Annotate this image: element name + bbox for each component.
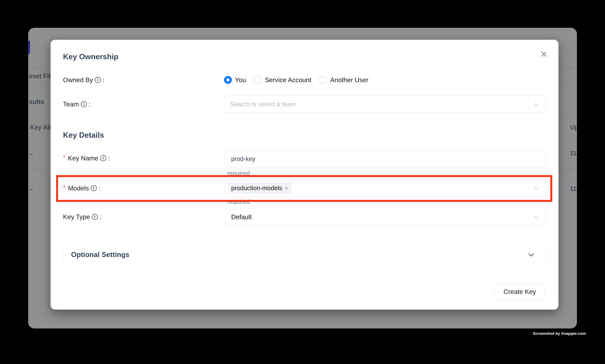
team-label: Team : [63,100,90,108]
info-icon[interactable] [81,101,87,107]
radio-option-service-account[interactable]: Service Account [254,76,311,84]
table-cell: – [29,185,33,193]
owned-by-radio-group: You Service Account Another User [224,76,368,84]
key-name-validation-message: required [227,170,250,176]
models-label: * Models : [63,184,101,193]
background-results-count: sults [29,98,44,105]
chevron-down-icon [534,214,539,219]
key-name-input[interactable]: prod-key [225,150,546,168]
create-key-button[interactable]: Create Key [494,284,545,299]
info-icon[interactable] [95,77,101,83]
radio-you-selected-icon[interactable] [224,76,232,84]
label-colon: : [99,184,101,192]
key-type-label: Key Type : [63,213,102,221]
background-reset-filters-text[interactable]: eset Filt [29,72,52,80]
watermark: Screenshot by Xnapper.com [533,331,586,336]
create-key-modal: ✕ Key Ownership Owned By : You Service A… [51,40,558,310]
models-label-text: Models [68,184,89,192]
screenshot-root: eset Filt sults Key Alia Up – 11/ – 11/ … [0,0,605,364]
key-name-label-text: Key Name [68,154,98,162]
owned-by-label: Owned By : [63,76,104,84]
team-select-placeholder: Search or select a team [224,101,296,108]
info-icon[interactable] [92,214,98,220]
radio-service-account-label: Service Account [265,76,311,84]
section-title-key-details: Key Details [63,130,104,139]
label-colon: : [100,213,102,221]
team-label-text: Team [63,100,79,108]
radio-service-account-icon[interactable] [254,76,262,84]
chevron-down-icon [534,101,539,106]
close-icon[interactable]: ✕ [537,47,551,61]
info-icon[interactable] [91,185,97,191]
table-cell: – [29,150,33,158]
section-title-key-ownership: Key Ownership [63,52,118,61]
key-type-select[interactable]: Default [225,208,546,226]
table-cell: 11/ [570,150,577,157]
models-selected-tag: production-models × [228,182,291,194]
required-asterisk: * [63,184,65,191]
team-select[interactable]: Search or select a team [224,95,546,113]
key-type-value: Default [225,213,252,221]
radio-you-label: You [235,76,246,84]
radio-option-another-user[interactable]: Another User [319,76,368,84]
models-validation-message: required [227,198,250,205]
column-header-updated: Up [570,124,577,131]
radio-another-user-label: Another User [330,76,368,84]
label-colon: : [103,76,104,84]
background-primary-button-fragment[interactable] [28,41,30,54]
owned-by-label-text: Owned By [63,76,93,84]
required-asterisk: * [63,154,65,161]
radio-another-user-icon[interactable] [319,76,327,84]
chevron-down-icon [528,251,534,257]
label-colon: : [108,154,110,162]
models-tag-label: production-models [231,184,282,192]
chevron-down-icon [534,185,539,190]
radio-option-you[interactable]: You [224,76,246,84]
optional-settings-title: Optional Settings [71,250,129,259]
models-select[interactable]: production-models × [225,179,546,197]
key-name-label: * Key Name : [63,154,110,162]
key-name-value: prod-key [225,155,255,162]
label-colon: : [89,100,90,108]
table-cell: 11/ [570,185,577,192]
optional-settings-panel[interactable]: Optional Settings [63,242,546,267]
key-type-label-text: Key Type [63,213,90,221]
info-icon[interactable] [100,155,106,161]
tag-remove-icon[interactable]: × [285,185,288,192]
